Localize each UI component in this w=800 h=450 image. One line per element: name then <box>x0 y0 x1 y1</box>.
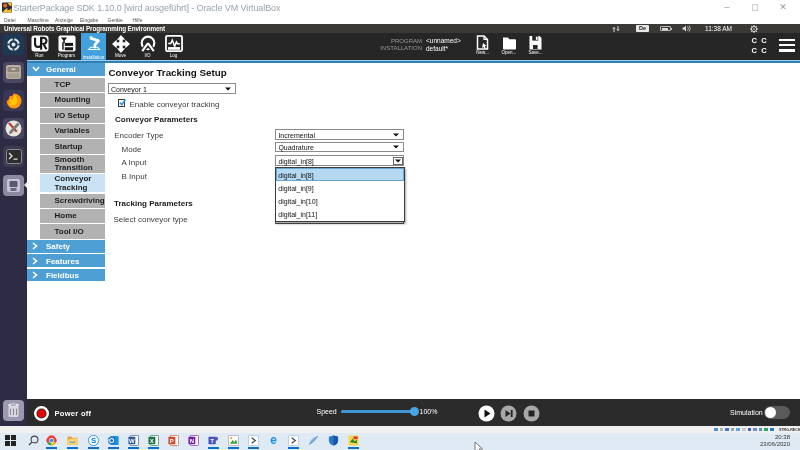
svg-text:X: X <box>150 437 154 443</box>
svg-text:S: S <box>91 436 96 445</box>
svg-text:e: e <box>270 435 277 446</box>
svg-text:N: N <box>190 437 194 443</box>
svg-text:P: P <box>170 437 174 443</box>
svg-text:W: W <box>129 437 135 443</box>
